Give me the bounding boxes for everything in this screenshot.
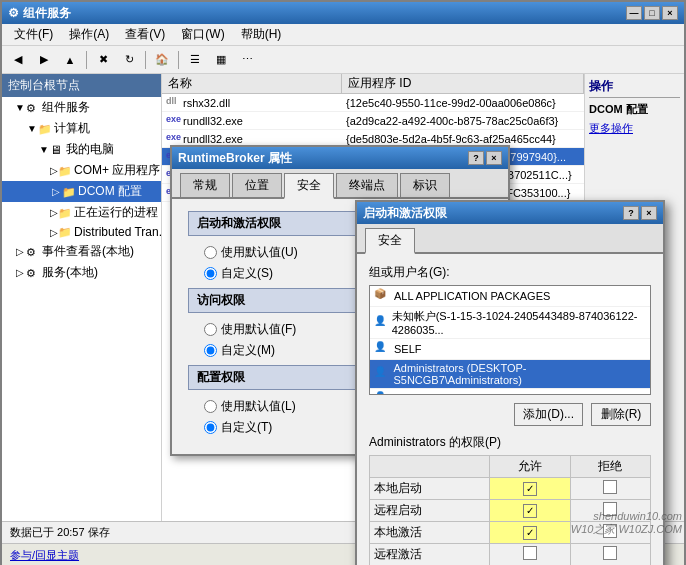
- user-icon-3: [374, 366, 389, 382]
- close-button[interactable]: ×: [662, 6, 678, 20]
- dialog2-btn-row: 添加(D)... 删除(R): [369, 403, 651, 426]
- perm-deny-1[interactable]: [570, 500, 651, 522]
- cell-name-2: exerundll32.exe: [162, 132, 342, 146]
- table-row[interactable]: dllrshx32.dll {12e5c40-9550-11ce-99d2-00…: [162, 94, 584, 112]
- dialog2-question-btn[interactable]: ?: [623, 206, 639, 220]
- deny-check-0[interactable]: [603, 480, 617, 494]
- perm-allow-3[interactable]: [490, 544, 571, 566]
- main-window-title: 组件服务: [23, 5, 71, 22]
- user-list-item[interactable]: SELF: [370, 339, 650, 360]
- allow-check-1[interactable]: [523, 504, 537, 518]
- config-default-input[interactable]: [204, 400, 217, 413]
- toolbar-more[interactable]: ⋯: [235, 49, 259, 71]
- user-list-item[interactable]: 未知帐户(S-1-15-3-1024-2405443489-874036122-…: [370, 307, 650, 339]
- col-appid-header[interactable]: 应用程序 ID: [342, 74, 584, 93]
- maximize-button[interactable]: □: [644, 6, 660, 20]
- config-custom-input[interactable]: [204, 421, 217, 434]
- dialog2-close-btn[interactable]: ×: [641, 206, 657, 220]
- menu-file[interactable]: 文件(F): [6, 24, 61, 45]
- toolbar-stop[interactable]: ✖: [91, 49, 115, 71]
- access-default-input[interactable]: [204, 323, 217, 336]
- perm-label: Administrators 的权限(P): [369, 434, 651, 451]
- participate-link[interactable]: 参与/回显主题: [10, 548, 79, 563]
- toolbar-refresh[interactable]: ↻: [117, 49, 141, 71]
- access-custom-input[interactable]: [204, 344, 217, 357]
- sidebar-item-running[interactable]: ▷ 正在运行的进程: [2, 202, 161, 223]
- expand-icon5: ▷: [50, 186, 62, 198]
- permissions-table: 允许 拒绝 本地启动 远程启动 本地激活: [369, 455, 651, 565]
- perm-deny-0[interactable]: [570, 478, 651, 500]
- table-row[interactable]: exerundll32.exe {a2d9ca22-a492-400c-b875…: [162, 112, 584, 130]
- allow-check-0[interactable]: [523, 482, 537, 496]
- toolbar-sep1: [86, 51, 87, 69]
- dcom-icon: [62, 185, 76, 199]
- user-icon-4: [374, 391, 390, 395]
- component-services-icon: [26, 101, 40, 115]
- col-name-header[interactable]: 名称: [162, 74, 342, 93]
- user-icon-2: [374, 341, 390, 357]
- dialog2-tab-security[interactable]: 安全: [365, 228, 415, 254]
- dialog2-content: 组或用户名(G): ALL APPLICATION PACKAGES 未知帐户(…: [357, 254, 663, 565]
- user-list-item[interactable]: Users (DESKTOP-S5NCGB7\Users): [370, 389, 650, 395]
- launch-custom-input[interactable]: [204, 267, 217, 280]
- tab-general[interactable]: 常规: [180, 173, 230, 197]
- user-list[interactable]: ALL APPLICATION PACKAGES 未知帐户(S-1-15-3-1…: [369, 285, 651, 395]
- dialog1-close-btn[interactable]: ×: [486, 151, 502, 165]
- perm-allow-1[interactable]: [490, 500, 571, 522]
- deny-check-3[interactable]: [603, 546, 617, 560]
- menu-help[interactable]: 帮助(H): [233, 24, 290, 45]
- perm-deny-2[interactable]: [570, 522, 651, 544]
- perm-col-name-header: [370, 456, 490, 478]
- dialog1-question-btn[interactable]: ?: [468, 151, 484, 165]
- minimize-button[interactable]: —: [626, 6, 642, 20]
- status-text: 数据已于 20:57 保存: [10, 525, 110, 540]
- toolbar-list[interactable]: ☰: [183, 49, 207, 71]
- ops-more-link[interactable]: 更多操作: [589, 121, 680, 136]
- tab-security[interactable]: 安全: [284, 173, 334, 199]
- perm-allow-2[interactable]: [490, 522, 571, 544]
- toolbar-details[interactable]: ▦: [209, 49, 233, 71]
- toolbar-up[interactable]: ▲: [58, 49, 82, 71]
- deny-check-2[interactable]: [603, 524, 617, 538]
- menu-window[interactable]: 窗口(W): [173, 24, 232, 45]
- dialog-launch-permissions: 启动和激活权限 ? × 安全 组或用户名(G): ALL APPLICATION…: [355, 200, 665, 565]
- tab-endpoints[interactable]: 终端点: [336, 173, 398, 197]
- launch-default-input[interactable]: [204, 246, 217, 259]
- user-name-1: 未知帐户(S-1-15-3-1024-2405443489-874036122-…: [392, 309, 646, 336]
- sidebar-item-dtc[interactable]: ▷ Distributed Tran...: [2, 223, 161, 241]
- sidebar-item-computers[interactable]: ▼ 计算机: [2, 118, 161, 139]
- expand-icon6: ▷: [50, 207, 58, 219]
- sidebar-label-cs: 组件服务: [42, 99, 90, 116]
- expand-icon4: ▷: [50, 165, 58, 177]
- perm-allow-0[interactable]: [490, 478, 571, 500]
- menu-view[interactable]: 查看(V): [117, 24, 173, 45]
- sidebar-item-mycomputer[interactable]: ▼ 我的电脑: [2, 139, 161, 160]
- tab-identity[interactable]: 标识: [400, 173, 450, 197]
- dll-icon-0: dll: [166, 96, 180, 110]
- user-list-item[interactable]: ALL APPLICATION PACKAGES: [370, 286, 650, 307]
- sidebar-label-dtc: Distributed Tran...: [74, 225, 162, 239]
- deny-check-1[interactable]: [603, 502, 617, 516]
- add-user-button[interactable]: 添加(D)...: [514, 403, 583, 426]
- sidebar-item-dcom[interactable]: ▷ DCOM 配置: [2, 181, 161, 202]
- sidebar-item-services[interactable]: ▷ 服务(本地): [2, 262, 161, 283]
- allow-check-3[interactable]: [523, 546, 537, 560]
- toolbar-forward[interactable]: ▶: [32, 49, 56, 71]
- toolbar-back[interactable]: ◀: [6, 49, 30, 71]
- perm-deny-3[interactable]: [570, 544, 651, 566]
- ops-header: 操作: [589, 78, 680, 98]
- remove-user-button[interactable]: 删除(R): [591, 403, 651, 426]
- menu-action[interactable]: 操作(A): [61, 24, 117, 45]
- access-default-label: 使用默认值(F): [221, 321, 296, 338]
- cell-name-0: dllrshx32.dll: [162, 96, 342, 110]
- sidebar-item-component-services[interactable]: ▼ 组件服务: [2, 97, 161, 118]
- computers-icon: [38, 122, 52, 136]
- allow-check-2[interactable]: [523, 526, 537, 540]
- sidebar-item-complus[interactable]: ▷ COM+ 应用程序: [2, 160, 161, 181]
- sidebar-item-eventviewer[interactable]: ▷ 事件查看器(本地): [2, 241, 161, 262]
- toolbar-home[interactable]: 🏠: [150, 49, 174, 71]
- dialog1-title: RuntimeBroker 属性: [178, 150, 292, 167]
- tab-location[interactable]: 位置: [232, 173, 282, 197]
- user-list-item-selected[interactable]: Administrators (DESKTOP-S5NCGB7\Administ…: [370, 360, 650, 389]
- sidebar-label-comp: 计算机: [54, 120, 90, 137]
